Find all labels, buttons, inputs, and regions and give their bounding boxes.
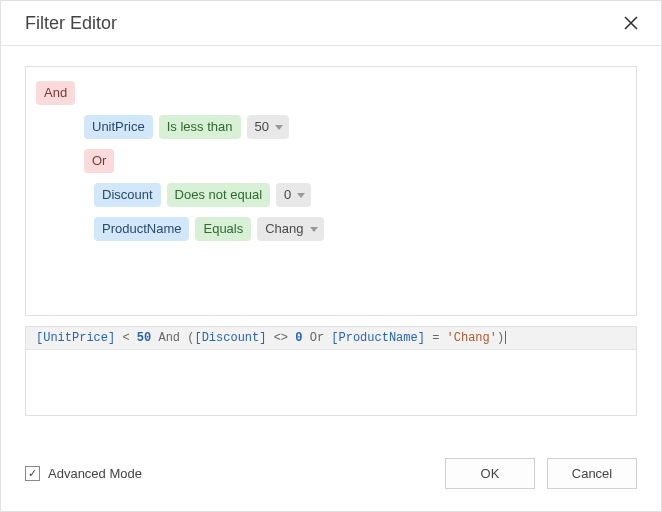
field-selector[interactable]: UnitPrice (84, 115, 153, 139)
condition-row: UnitPrice Is less than 50 (84, 115, 626, 139)
expr-token: 0 (295, 331, 302, 345)
expr-token: And (158, 331, 180, 345)
checkbox-icon: ✓ (25, 466, 40, 481)
dialog-footer: ✓ Advanced Mode OK Cancel (1, 440, 661, 511)
ok-button[interactable]: OK (445, 458, 535, 489)
field-selector[interactable]: ProductName (94, 217, 189, 241)
group-nested: Or (84, 149, 626, 173)
chevron-down-icon (297, 193, 305, 198)
value-text: 50 (255, 118, 269, 136)
expression-text[interactable]: [UnitPrice] < 50 And ([Discount] <> 0 Or… (26, 327, 636, 350)
expr-token: [Discount] (194, 331, 266, 345)
filter-tree-panel: And UnitPrice Is less than 50 Or Discoun… (25, 66, 637, 316)
value-selector[interactable]: 0 (276, 183, 311, 207)
filter-editor-dialog: Filter Editor And UnitPrice Is less than… (0, 0, 662, 512)
expr-token: 50 (137, 331, 151, 345)
operator-selector[interactable]: Does not equal (167, 183, 270, 207)
value-selector[interactable]: 50 (247, 115, 289, 139)
expr-token: = (432, 331, 439, 345)
field-selector[interactable]: Discount (94, 183, 161, 207)
chevron-down-icon (275, 125, 283, 130)
expr-token: < (122, 331, 129, 345)
value-selector[interactable]: Chang (257, 217, 323, 241)
button-row: OK Cancel (445, 458, 637, 489)
expression-body[interactable] (26, 350, 636, 415)
group-root: And (36, 81, 626, 105)
chevron-down-icon (310, 227, 318, 232)
logic-operator[interactable]: And (36, 81, 75, 105)
expression-panel: [UnitPrice] < 50 And ([Discount] <> 0 Or… (25, 326, 637, 416)
close-button[interactable] (619, 11, 643, 35)
text-cursor (505, 331, 506, 344)
expr-token: <> (274, 331, 288, 345)
condition-row: ProductName Equals Chang (94, 217, 626, 241)
logic-operator[interactable]: Or (84, 149, 114, 173)
expr-token: 'Chang' (447, 331, 497, 345)
expr-token: [UnitPrice] (36, 331, 115, 345)
expr-token: [ProductName] (331, 331, 425, 345)
value-text: 0 (284, 186, 291, 204)
titlebar: Filter Editor (1, 1, 661, 46)
condition-row: Discount Does not equal 0 (94, 183, 626, 207)
operator-selector[interactable]: Equals (195, 217, 251, 241)
dialog-body: And UnitPrice Is less than 50 Or Discoun… (1, 46, 661, 440)
value-text: Chang (265, 220, 303, 238)
operator-selector[interactable]: Is less than (159, 115, 241, 139)
advanced-mode-label: Advanced Mode (48, 466, 142, 481)
cancel-button[interactable]: Cancel (547, 458, 637, 489)
expr-token: ) (497, 331, 504, 345)
dialog-title: Filter Editor (25, 13, 117, 34)
advanced-mode-toggle[interactable]: ✓ Advanced Mode (25, 466, 142, 481)
close-icon (624, 16, 638, 30)
expr-token: Or (310, 331, 324, 345)
